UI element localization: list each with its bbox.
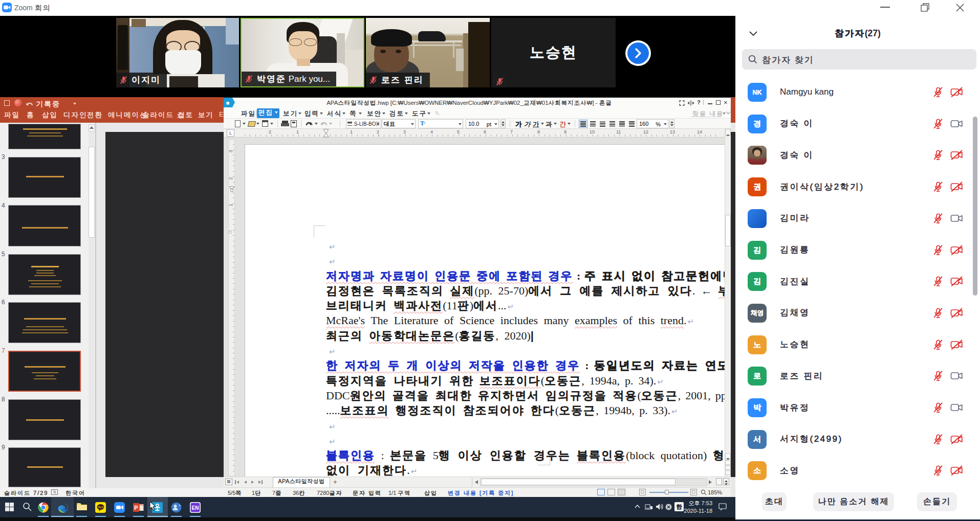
svg-text:EN: EN [192,505,199,511]
svg-text:TALK: TALK [97,506,104,509]
svg-text:+: + [179,504,181,507]
svg-text:P: P [134,505,138,511]
